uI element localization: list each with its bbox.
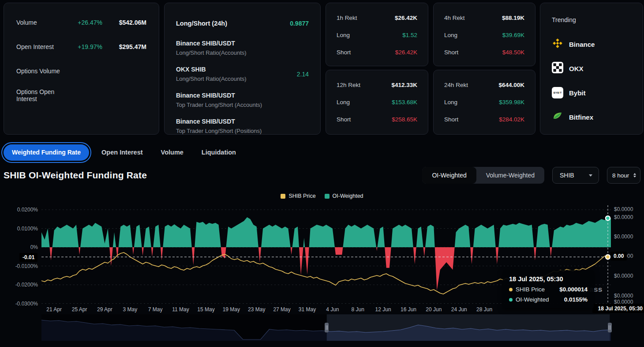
tooltip-label: SHIB Price [516,286,559,293]
rekt-short-value: $48.50K [502,49,524,56]
ls-row-top-trader-positions[interactable]: Binance SHIB/USDT Top Trader Long/Short … [176,118,309,134]
rekt-long-value: $359.98K [499,99,524,106]
y-tick-right: $0.0000 [614,293,633,299]
rekt-short-value: $258.65K [392,116,417,123]
tab-liquidation[interactable]: Liquidation [202,149,236,156]
stat-label: Options Open Interest [16,88,62,102]
crosshair-x-badge: 18 Jul 2025, 05:30 [592,304,644,313]
navigator-left-handle[interactable] [325,323,329,332]
rekt-card-1h: 1h Rekt$26.42K Long$1.52 Short$26.42K [326,3,428,66]
stat-label: Volume [16,19,62,26]
long-short-24h-row[interactable]: Long/Short (24h) 0.9877 [176,20,309,26]
rekt-total: $88.19K [502,15,524,21]
tooltip-row-shib-price: SHIB Price $0.000014 [509,286,588,293]
long-short-card: Long/Short (24h) 0.9877 Binance SHIB/USD… [164,3,321,135]
stat-label: Options Volume [16,68,62,75]
y-tick-left: -0.0200% [4,282,38,288]
stat-value: $295.47M [102,43,146,50]
trending-title: Trending [552,16,631,23]
page-title: SHIB OI-Weighted Funding Rate [4,170,422,181]
y-tick-left: 0.0200% [4,207,38,213]
trending-exchange-name: OKX [569,65,584,72]
rekt-short-label: Short [444,49,458,56]
y-tick-right: $0.0000 [614,206,633,212]
trending-item-bybit[interactable]: BYB!T Bybit [552,87,631,98]
ls-row-title: Binance SHIB/USDT [176,40,309,47]
legend-label: SHIB Price [288,193,315,199]
tooltip-value: $0.000014 [559,286,588,293]
tooltip-value: 0.0155% [564,296,588,303]
bitfinex-leaf-icon [552,110,563,124]
tooltip-row-oi-weighted: OI-Weighted 0.0155% [509,296,588,303]
grip-icon [326,325,328,330]
ls-row-subtitle: Long/Short Ratio(Accounts) [176,49,309,56]
legend-label: OI-Weighted [333,193,363,199]
stat-row-open-interest[interactable]: Open Interest +19.97% $295.47M [16,44,146,50]
app-root: Volume +26.47% $542.06M Open Interest +1… [0,0,644,347]
ls-row-title: Binance SHIB/USDT [176,92,309,99]
y-tick-right: $0.0000 [614,214,633,220]
market-stats-card: Volume +26.47% $542.06M Open Interest +1… [4,3,159,135]
legend-oi-weighted[interactable]: OI-Weighted [325,193,363,199]
tooltip-date: 18 Jul 2025, 05:30 [509,275,588,283]
chart-legend: SHIB Price OI-Weighted [0,193,644,199]
tab-weighted-funding-rate[interactable]: Weighted Funding Rate [4,144,89,161]
stat-row-options-open-interest[interactable]: Options Open Interest [16,92,146,98]
rekt-short-value: $284.02K [499,116,524,123]
stat-change: +26.47% [62,19,102,26]
rekt-long-value: $153.68K [392,99,417,106]
rekt-long-label: Long [444,99,457,106]
coin-select-value: SHIB [560,172,574,179]
grip-icon [609,325,610,330]
ls-row-title: OKX SHIB [176,66,297,73]
ls-row-title: Binance SHIB/USDT [176,118,309,125]
trending-item-binance[interactable]: Binance [552,38,631,50]
updown-stepper-icon [633,173,636,177]
rekt-total: $412.33K [391,82,417,88]
legend-shib-price[interactable]: SHIB Price [281,193,315,199]
stat-value: $542.06M [102,19,146,26]
coin-select[interactable]: SHIB [552,167,599,184]
rekt-period: 4h Rekt [444,15,465,21]
trending-item-bitfinex[interactable]: Bitfinex [552,111,631,123]
crosshair-y-badge-left: -0.01 [19,253,37,262]
chart-header: SHIB OI-Weighted Funding Rate OI-Weighte… [4,167,640,184]
stat-row-volume[interactable]: Volume +26.47% $542.06M [16,19,146,26]
y-tick-left: 0.0100% [4,226,38,232]
rekt-total: $26.42K [395,15,417,21]
rekt-short-label: Short [337,116,351,123]
rekt-short-label: Short [337,49,351,56]
trending-card: Trending Binance [540,3,643,135]
y-tick-left: 0% [4,244,38,250]
rekt-long-label: Long [337,99,350,106]
rekt-period: 1h Rekt [337,15,357,21]
ls-row-value: 2.14 [297,71,309,78]
ls-row-okx-accounts[interactable]: OKX SHIB Long/Short Ratio(Accounts) 2.14 [176,66,309,82]
long-short-24h-label: Long/Short (24h) [176,20,227,27]
rekt-period: 12h Rekt [337,82,360,88]
rekt-total: $644.00K [498,82,524,88]
rekt-card-12h: 12h Rekt$412.33K Long$153.68K Short$258.… [326,70,428,135]
ls-row-subtitle: Top Trader Long/Short (Accounts) [176,102,309,108]
navigator-right-handle[interactable] [608,323,612,332]
long-short-24h-value: 0.9877 [290,20,309,27]
tooltip-label: OI-Weighted [516,296,564,303]
toggle-volume-weighted[interactable]: Volume-Weighted [476,167,544,184]
trending-exchange-name: Binance [569,41,595,48]
crosshair-y-badge-right: 0.00 [610,252,627,260]
ls-row-subtitle: Top Trader Long/Short (Positions) [176,128,309,134]
tab-open-interest[interactable]: Open Interest [101,149,142,156]
chart-tabs: Weighted Funding Rate Open Interest Volu… [4,143,236,161]
trending-item-okx[interactable]: OKX [552,63,631,74]
yellow-dot-icon [509,288,513,291]
toggle-oi-weighted[interactable]: OI-Weighted [422,167,476,184]
chevron-down-icon [589,174,592,177]
tab-volume[interactable]: Volume [161,149,183,156]
interval-select[interactable]: 8 hour [607,167,640,184]
rekt-long-label: Long [444,32,457,38]
rekt-period: 24h Rekt [444,82,468,88]
ls-row-top-trader-accounts[interactable]: Binance SHIB/USDT Top Trader Long/Short … [176,92,309,108]
rekt-card-24h: 24h Rekt$644.00K Long$359.98K Short$284.… [433,70,535,135]
stat-row-options-volume[interactable]: Options Volume [16,68,146,74]
ls-row-binance-accounts[interactable]: Binance SHIB/USDT Long/Short Ratio(Accou… [176,40,309,56]
